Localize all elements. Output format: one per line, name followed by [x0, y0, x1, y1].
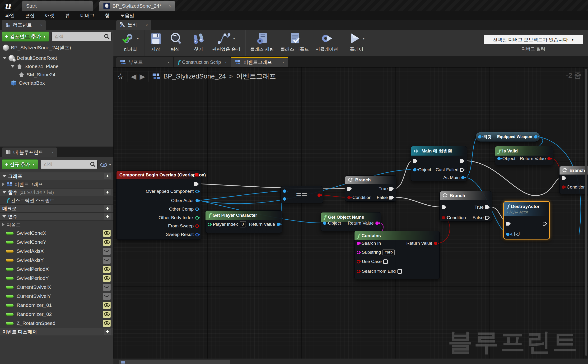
node-destroy-actor[interactable]: ƒDestroyActor타깃은 Actor 타깃	[503, 201, 550, 240]
node-begin-overlap[interactable]: Component Begin Overlap (OverlapBox) Ove…	[116, 170, 201, 240]
window-tab-1[interactable]: BP_StylizedSone_24*×	[99, 1, 175, 11]
data-pin[interactable]	[357, 242, 360, 245]
back-button[interactable]: ◀	[131, 72, 136, 81]
data-pin[interactable]	[478, 135, 482, 138]
close-icon[interactable]: ×	[146, 23, 148, 27]
exec-pin[interactable]	[389, 187, 394, 191]
data-pin[interactable]	[357, 251, 360, 254]
toolbar-button-class_settings[interactable]: 클래스 세팅	[247, 30, 277, 56]
node-get-object-name[interactable]: ƒGet Object Name ObjectReturn Value	[321, 212, 381, 231]
variable-row[interactable]: SwivelAxisY	[0, 256, 113, 265]
eye-closed-icon[interactable]	[103, 293, 111, 300]
variable-row[interactable]: SwivelPeriodX	[0, 265, 113, 274]
node-contains[interactable]: ƒContains Search InReturn ValueSubstring…	[354, 231, 440, 279]
node-branch-1[interactable]: Branch ConditionTrueFalse	[345, 176, 396, 202]
data-pin[interactable]	[548, 157, 551, 160]
close-icon[interactable]: ×	[167, 60, 169, 64]
close-icon[interactable]: ×	[282, 60, 284, 64]
exec-pin[interactable]	[485, 205, 490, 209]
eye-open-icon[interactable]	[103, 230, 111, 237]
toolbar-button-play[interactable]: ▼플레이	[344, 30, 369, 56]
dropdown-caret-icon[interactable]: ▼	[136, 37, 139, 40]
exec-pin[interactable]	[543, 222, 547, 226]
menu-item[interactable]: 창	[105, 12, 110, 19]
toolbar-button-simulate[interactable]: 시뮬레이션	[312, 30, 342, 56]
components-search-input[interactable]	[52, 32, 112, 41]
tab-my-blueprint[interactable]: 내 블루프린트 ×	[2, 148, 57, 157]
exec-pin[interactable]	[485, 216, 490, 220]
section-매크로[interactable]: 매크로+	[0, 204, 113, 213]
data-pin[interactable]	[357, 260, 360, 263]
list-item-디폴트[interactable]: 디폴트	[0, 221, 113, 229]
add-icon[interactable]: +	[104, 173, 111, 179]
toolbar-button-find[interactable]: 찾기	[188, 30, 209, 56]
breadcrumb-root[interactable]: BP_StylizedSone_24	[164, 72, 226, 80]
tab-toolbar[interactable]: 툴바 ×	[116, 20, 151, 30]
variable-row[interactable]: CurrentSwivelY	[0, 292, 113, 301]
eye-open-icon[interactable]	[103, 239, 111, 246]
eye-closed-icon[interactable]	[103, 248, 111, 255]
dropdown-caret-icon[interactable]: ▼	[232, 37, 236, 40]
close-icon[interactable]: ×	[52, 150, 54, 154]
toolbar-button-save[interactable]: 저장	[146, 30, 165, 56]
menu-item[interactable]: 디버그	[80, 12, 94, 19]
vertical-scrollbar[interactable]	[585, 69, 587, 356]
data-pin[interactable]	[506, 233, 509, 236]
forward-button[interactable]: ▶	[140, 72, 145, 81]
section-그래프[interactable]: 그래프+	[0, 172, 113, 180]
add-icon[interactable]: +	[104, 329, 111, 335]
menu-item[interactable]: 애셋	[45, 12, 55, 19]
expand-arrow-icon[interactable]	[3, 57, 7, 59]
variable-row[interactable]: SwivelConeX	[0, 229, 113, 238]
data-pin[interactable]	[196, 199, 199, 202]
exec-pin[interactable]	[562, 176, 566, 180]
data-pin[interactable]	[357, 270, 360, 273]
data-pin[interactable]	[461, 176, 465, 179]
variable-row[interactable]: SwivelPeriodY	[0, 274, 113, 283]
tree-item[interactable]: DefaultSceneRoot	[0, 54, 113, 62]
tree-item[interactable]: Stone24_Plane	[0, 62, 113, 71]
data-pin[interactable]	[413, 168, 416, 171]
add-component-button[interactable]: +컴포넌트 추가▼	[2, 32, 49, 41]
event-graph-canvas[interactable]: 블루프린트 ☆ ◀ ▶ BP_StylizedSone_24 > 이벤트그래프 …	[113, 67, 588, 358]
data-pin[interactable]	[195, 233, 199, 236]
exec-pin[interactable]	[442, 205, 446, 209]
node-equals[interactable]: ==	[280, 186, 323, 203]
tree-item[interactable]: SM_Stone24	[0, 71, 113, 79]
expand-arrow-icon[interactable]	[11, 65, 14, 68]
pin-checkbox[interactable]	[397, 269, 402, 274]
menu-item[interactable]: 편집	[25, 12, 35, 19]
tree-item[interactable]: BP_StylizedSone_24(셀프)	[0, 43, 113, 52]
variable-row[interactable]: SwivelAxisX	[0, 247, 113, 256]
eye-open-icon[interactable]	[103, 302, 111, 309]
close-icon[interactable]: ×	[225, 60, 227, 64]
variable-row[interactable]: Z_RotationSpeed	[0, 319, 113, 328]
variable-row[interactable]: Randomizer_01	[0, 301, 113, 310]
bottom-panel-tab[interactable]	[119, 360, 230, 364]
data-pin[interactable]	[375, 221, 379, 225]
data-pin[interactable]	[195, 224, 199, 228]
data-pin[interactable]	[283, 189, 286, 193]
exec-pin[interactable]	[506, 222, 511, 226]
add-icon[interactable]: +	[104, 205, 111, 212]
data-pin[interactable]	[497, 157, 501, 160]
close-icon[interactable]: ×	[40, 23, 42, 27]
tab-components[interactable]: 컴포넌트 ×	[2, 20, 46, 30]
exec-pin[interactable]	[460, 159, 465, 163]
data-pin[interactable]	[534, 135, 537, 138]
exec-pin[interactable]	[194, 182, 199, 186]
node-branch-3[interactable]: Branch Condition	[559, 166, 588, 194]
add-icon[interactable]: +	[104, 214, 111, 220]
exec-pin[interactable]	[413, 159, 418, 163]
data-pin[interactable]	[277, 223, 280, 226]
data-pin[interactable]	[323, 221, 326, 225]
doc-tab-뷰포트[interactable]: 뷰포트×	[116, 57, 173, 67]
node-equipped-weapon-get[interactable]: 타깃 Equipped Weapon	[476, 132, 540, 142]
tree-item[interactable]: OverlapBox	[0, 79, 113, 87]
variable-row[interactable]: Randomizer_02	[0, 310, 113, 319]
variable-row[interactable]: CurrentSwivelX	[0, 283, 113, 292]
window-tab-0[interactable]: Start	[22, 1, 93, 11]
data-pin[interactable]	[347, 196, 351, 199]
my-blueprint-search-input[interactable]	[40, 160, 98, 169]
toolbar-button-class_defaults[interactable]: 클래스 디폴트	[277, 30, 312, 56]
